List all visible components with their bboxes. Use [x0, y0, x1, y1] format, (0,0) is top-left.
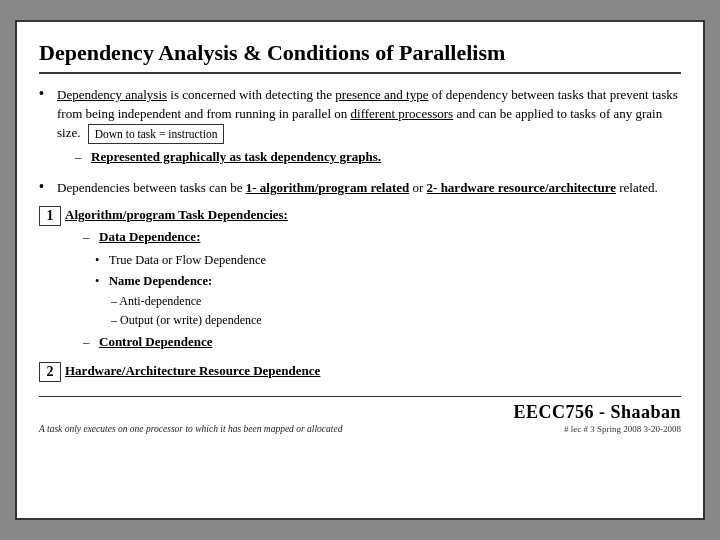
- footer-sub: # lec # 3 Spring 2008 3-20-2008: [513, 424, 681, 434]
- sub-dot-2: •: [95, 272, 109, 290]
- footer-left-text: A task only executes on one processor to…: [39, 424, 342, 434]
- num-label-1: 1: [39, 206, 61, 226]
- sub-name-dep: • Name Dependence:: [95, 272, 681, 290]
- slide: Dependency Analysis & Conditions of Para…: [15, 20, 705, 520]
- sub-sub-output: – Output (or write) dependence: [111, 312, 681, 329]
- bullet-text-2: Dependencies between tasks can be 1- alg…: [57, 179, 681, 198]
- numbered-text-1: Algorithm/program Task Dependencies: – D…: [65, 206, 681, 356]
- dash-sym-2: –: [83, 228, 99, 247]
- inline-box-instruction: Down to task = instruction: [88, 124, 225, 145]
- bullet-2: • Dependencies between tasks can be 1- a…: [39, 179, 681, 198]
- sub-text-1: True Data or Flow Dependence: [109, 251, 266, 269]
- bullet-1: • Dependency analysis is concerned with …: [39, 86, 681, 171]
- hw-arch-label: Hardware/Architecture Resource Dependenc…: [65, 363, 320, 378]
- dash-sym-3: –: [83, 333, 99, 352]
- numbered-item-1: 1 Algorithm/program Task Dependencies: –…: [39, 206, 681, 356]
- numbered-text-2: Hardware/Architecture Resource Dependenc…: [65, 362, 681, 381]
- slide-content: • Dependency analysis is concerned with …: [39, 86, 681, 382]
- dash-text-1: Represented graphically as task dependen…: [91, 148, 381, 167]
- footer-right-block: EECC756 - Shaaban # lec # 3 Spring 2008 …: [513, 402, 681, 434]
- bullet-text-1: Dependency analysis is concerned with de…: [57, 86, 681, 171]
- sub-text-2: Name Dependence:: [109, 272, 212, 290]
- data-dep-label: Data Dependence:: [99, 228, 200, 247]
- dash-item-1: – Represented graphically as task depend…: [75, 148, 681, 167]
- footer-course: EECC756 - Shaaban: [513, 402, 681, 423]
- sub-dot-1: •: [95, 251, 109, 269]
- num-label-2: 2: [39, 362, 61, 382]
- bullet-dot-2: •: [39, 179, 57, 195]
- sub-true-data: • True Data or Flow Dependence: [95, 251, 681, 269]
- dash-control-dep: – Control Dependence: [83, 333, 681, 352]
- dash-data-dep: – Data Dependence:: [83, 228, 681, 247]
- algo-label: Algorithm/program Task Dependencies:: [65, 207, 288, 222]
- numbered-item-2: 2 Hardware/Architecture Resource Depende…: [39, 362, 681, 382]
- slide-footer: A task only executes on one processor to…: [39, 396, 681, 434]
- dash-symbol-1: –: [75, 148, 91, 167]
- sub-sub-anti: – Anti-dependence: [111, 293, 681, 310]
- slide-title: Dependency Analysis & Conditions of Para…: [39, 40, 681, 74]
- control-dep-label: Control Dependence: [99, 333, 213, 352]
- bullet-dot-1: •: [39, 86, 57, 102]
